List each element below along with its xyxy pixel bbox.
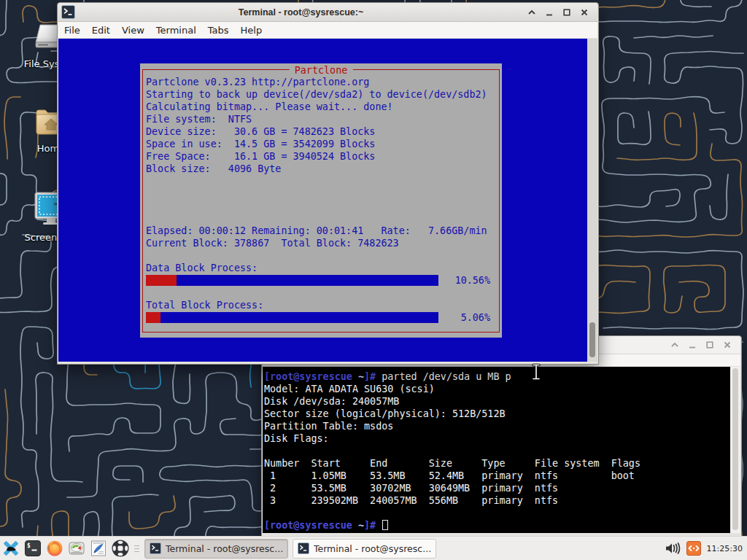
output-line: Partition Table: msdos: [264, 420, 730, 432]
partclone-status-line: Elapsed: 00:00:12 Remaining: 00:01:41 Ra…: [146, 225, 496, 237]
progress-percent: 10.56%: [455, 274, 490, 287]
window2-scrollbar[interactable]: [730, 367, 740, 533]
partclone-text: Partclone v0.3.23 http://partclone.org S…: [146, 76, 496, 324]
partclone-line: Device size: 30.6 GB = 7482623 Blocks: [146, 125, 496, 138]
window-button-label: Terminal - root@sysresc...: [166, 543, 283, 554]
window1-scrollbar[interactable]: [587, 39, 597, 362]
terminal-output-area[interactable]: [root@sysrescue ~]# parted /dev/sda u MB…: [263, 367, 730, 533]
terminal-launcher[interactable]: $: [22, 537, 44, 559]
menu-tabs[interactable]: Tabs: [202, 23, 235, 37]
progress-percent: 5.06%: [461, 311, 490, 324]
terminal-launcher-icon: $: [24, 540, 42, 557]
progress-bar-fill: [146, 312, 160, 323]
window-button-label: Terminal - root@sysresc...: [314, 543, 431, 554]
output-line: Model: ATA ADATA SU630 (scsi): [264, 383, 730, 395]
disk-utility-launcher[interactable]: [66, 537, 88, 559]
text-editor-launcher[interactable]: [88, 537, 109, 559]
progress-label: Data Block Process:: [146, 262, 496, 274]
mouse-ibeam-cursor: [531, 363, 541, 384]
menu-edit[interactable]: Edit: [86, 23, 116, 37]
window1-title: Terminal - root@sysrescue:~: [239, 7, 363, 18]
firefox-launcher[interactable]: [44, 537, 66, 559]
progress-bar: [146, 275, 438, 286]
partclone-line: Starting to back up device(/dev/sda2) to…: [146, 88, 496, 101]
prompt-line: [root@sysrescue ~]#: [264, 519, 730, 532]
terminal-window-parted[interactable]: Terminal - root@sysrescue:~ File Edit Vi…: [261, 335, 742, 537]
total-block-progress-row: 5.06%: [146, 311, 496, 324]
taskbar: $: [0, 536, 747, 560]
prompt-line: [root@sysrescue ~]# parted /dev/sda u MB…: [264, 370, 730, 383]
menu-view[interactable]: View: [116, 23, 150, 37]
window1-titlebar[interactable]: Terminal - root@sysrescue:~: [58, 3, 597, 22]
terminal-window-partclone[interactable]: Terminal - root@sysrescue:~ File Edit Vi…: [57, 2, 599, 365]
close-button[interactable]: [719, 336, 736, 354]
partclone-line: File system: NTFS: [146, 113, 496, 125]
panel-handle[interactable]: [134, 540, 142, 557]
output-line: Number Start End Size Type File system F…: [264, 457, 730, 470]
partclone-terminal-area[interactable]: Partclone Partclone v0.3.23 http://partc…: [58, 39, 587, 362]
network-icon[interactable]: [686, 541, 701, 556]
partclone-line: Block size: 4096 Byte: [146, 163, 496, 175]
minimize-button[interactable]: [541, 4, 558, 21]
partclone-line: Free Space: 16.1 GB = 3940524 Blocks: [146, 150, 496, 163]
output-line: Disk Flags:: [264, 432, 730, 445]
terminal-icon: [150, 542, 161, 554]
scrollbar-thumb[interactable]: [732, 368, 738, 530]
minimize-button[interactable]: [684, 336, 701, 354]
taskbar-clock[interactable]: 11:25:30: [707, 544, 743, 553]
partclone-box-title: Partclone: [290, 64, 353, 77]
partclone-line: Calculating bitmap... Please wait... don…: [146, 101, 496, 113]
partclone-block-line: Current Block: 378867 Total Block: 74826…: [146, 237, 496, 249]
applications-menu-button[interactable]: [0, 537, 22, 559]
terminal-icon: [298, 542, 309, 554]
output-line: [264, 507, 730, 519]
text-editor-icon: [90, 540, 107, 557]
shade-button[interactable]: [523, 4, 541, 21]
command-text: parted /dev/sda u MB p: [382, 371, 511, 382]
taskbar-window-button-2[interactable]: Terminal - root@sysresc...: [293, 539, 436, 559]
progress-label: Total Block Process:: [146, 299, 496, 311]
maximize-button[interactable]: [701, 336, 719, 354]
taskbar-window-button-1[interactable]: Terminal - root@sysresc...: [144, 539, 288, 559]
window1-menubar: File Edit View Terminal Tabs Help: [58, 22, 597, 39]
svg-text:$: $: [27, 542, 31, 549]
xfce-menu-icon: [1, 539, 20, 558]
shade-button[interactable]: [666, 336, 684, 354]
volume-icon[interactable]: [665, 542, 681, 555]
close-button[interactable]: [576, 4, 593, 21]
firefox-icon: [46, 540, 63, 557]
output-line: 2 53.5MB 30702MB 30649MB primary ntfs: [264, 482, 730, 494]
menu-help[interactable]: Help: [235, 23, 268, 37]
partclone-box: Partclone Partclone v0.3.23 http://partc…: [140, 63, 502, 338]
terminal-cursor: [382, 520, 388, 530]
output-line: Disk /dev/sda: 240057MB: [264, 395, 730, 408]
progress-bar-fill: [146, 275, 177, 286]
system-tray: 11:25:30: [665, 541, 747, 556]
output-line: [264, 445, 730, 457]
maximize-button[interactable]: [558, 4, 576, 21]
output-line: Sector size (logical/physical): 512B/512…: [264, 408, 730, 420]
output-line: 3 239502MB 240057MB 556MB primary ntfs: [264, 494, 730, 507]
scrollbar-thumb[interactable]: [589, 322, 595, 357]
partclone-line: Space in use: 14.5 GB = 3542099 Blocks: [146, 138, 496, 150]
wheel-icon: [111, 539, 130, 558]
progress-bar: [146, 312, 438, 323]
menu-terminal[interactable]: Terminal: [150, 23, 202, 37]
disk-utility-icon: [68, 540, 85, 557]
terminal-icon: [61, 5, 75, 19]
menu-file[interactable]: File: [58, 23, 86, 37]
data-block-progress-row: 10.56%: [146, 274, 496, 287]
partclone-line: Partclone v0.3.23 http://partclone.org: [146, 76, 496, 88]
output-line: 1 1.05MB 53.5MB 52.4MB primary ntfs boot: [264, 470, 730, 482]
media-tool-launcher[interactable]: [109, 537, 131, 559]
